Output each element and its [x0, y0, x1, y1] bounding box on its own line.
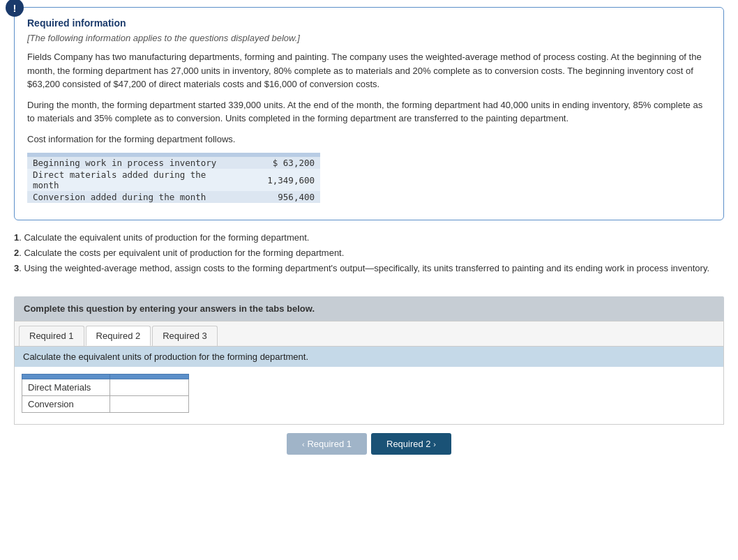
tab-required-1[interactable]: Required 1	[19, 326, 84, 346]
tabs-bar: Required 1 Required 2 Required 3	[15, 321, 723, 347]
tabs-container: Required 1 Required 2 Required 3 Calcula…	[14, 321, 724, 425]
next-chevron-icon: ›	[433, 440, 436, 448]
direct-materials-label: Direct Materials	[22, 379, 110, 396]
tab-required-2[interactable]: Required 2	[86, 326, 151, 346]
info-paragraph-2: During the month, the forming department…	[27, 98, 711, 126]
prev-chevron-icon: ‹	[302, 440, 305, 448]
tab-content: Calculate the equivalent units of produc…	[15, 347, 723, 424]
conversion-label: Conversion	[22, 396, 110, 413]
info-paragraph-3: Cost information for the forming departm…	[27, 133, 711, 146]
question-3: 3. Using the weighted-average method, as…	[14, 261, 724, 276]
direct-materials-row: Direct Materials	[22, 379, 189, 396]
q3-text: . Using the weighted-average method, ass…	[19, 263, 709, 273]
next-button[interactable]: Required 2 ›	[371, 433, 451, 455]
info-icon: !	[6, 0, 24, 17]
cost-table: Beginning work in process inventory $ 63…	[27, 153, 320, 203]
complete-banner: Complete this question by entering your …	[14, 296, 724, 321]
col-header-label	[22, 374, 110, 379]
question-2: 2. Calculate the costs per equivalent un…	[14, 245, 724, 261]
info-box: ! Required information [The following in…	[14, 7, 724, 220]
q1-text: . Calculate the equivalent units of prod…	[19, 232, 309, 243]
next-button-label: Required 2	[386, 439, 431, 449]
tab-required-3[interactable]: Required 3	[152, 326, 218, 346]
col-header-value	[110, 374, 189, 379]
cost-row-1-label: Beginning work in process inventory	[27, 157, 236, 169]
questions-section: 1. Calculate the equivalent units of pro…	[14, 230, 724, 276]
info-paragraph-1: Fields Company has two manufacturing dep…	[27, 50, 711, 91]
cost-row-1-value: $ 63,200	[236, 157, 320, 169]
question-1: 1. Calculate the equivalent units of pro…	[14, 230, 724, 245]
conversion-input[interactable]	[116, 399, 179, 409]
prev-button-label: Required 1	[307, 439, 352, 449]
info-title: Required information	[27, 17, 711, 29]
data-input-table: Direct Materials Conversion	[22, 374, 189, 413]
cost-row-3-value: 956,400	[236, 191, 320, 203]
prev-button[interactable]: ‹ Required 1	[287, 433, 367, 455]
q2-text: . Calculate the costs per equivalent uni…	[19, 248, 344, 258]
complete-section: Complete this question by entering your …	[14, 296, 724, 425]
tab-description: Calculate the equivalent units of produc…	[15, 347, 723, 367]
cost-row-3-label: Conversion added during the month	[27, 191, 236, 203]
input-section: Direct Materials Conversion	[15, 367, 723, 424]
info-subtitle: [The following information applies to th…	[27, 33, 711, 43]
cost-row-2-label: Direct materials added during the month	[27, 169, 236, 191]
direct-materials-input-cell[interactable]	[110, 379, 189, 396]
conversion-row: Conversion	[22, 396, 189, 413]
nav-buttons: ‹ Required 1 Required 2 ›	[14, 425, 724, 460]
conversion-input-cell[interactable]	[110, 396, 189, 413]
direct-materials-input[interactable]	[116, 382, 179, 393]
cost-row-2-value: 1,349,600	[236, 169, 320, 191]
